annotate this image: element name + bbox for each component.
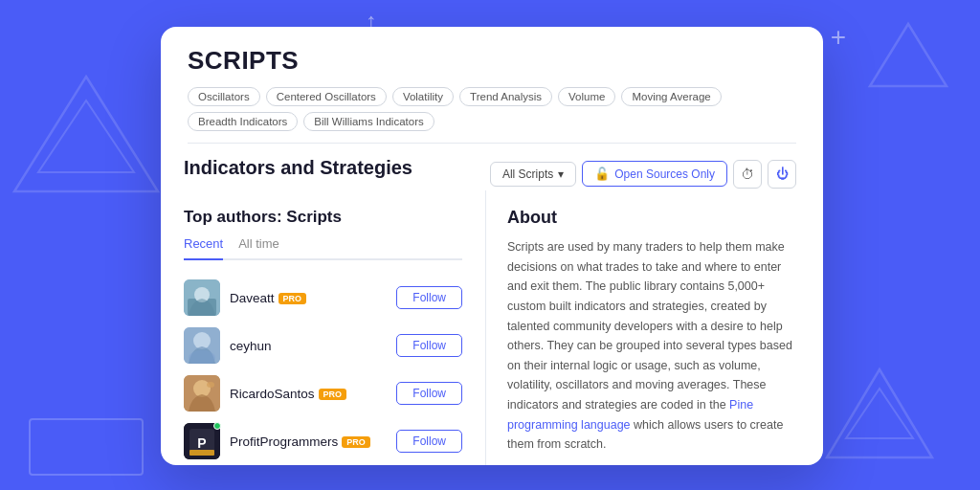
authors-section-title: Top authors: Scripts (184, 208, 462, 227)
badge-pro-ricardosantos: PRO (319, 389, 347, 400)
author-item-daveatt: DaveattPRO Follow (184, 274, 462, 322)
bg-rect-bottom-left (29, 418, 144, 476)
tab-bill-williams[interactable]: Bill Williams Indicators (303, 112, 434, 131)
card-body: Top authors: Scripts Recent All time (161, 190, 823, 465)
tab-centered-oscillators[interactable]: Centered Oscillators (266, 87, 387, 106)
author-item-ricardosantos: RicardoSantosPRO Follow (184, 369, 462, 417)
tab-trend-analysis[interactable]: Trend Analysis (459, 87, 552, 106)
author-item-profitprogrammers: P ProfitProgrammersPRO Follow (184, 417, 462, 465)
svg-text:P: P (197, 435, 206, 451)
tab-volume[interactable]: Volume (558, 87, 615, 106)
all-scripts-button[interactable]: All Scripts ▾ (490, 162, 576, 187)
right-panel: About Scripts are used by many traders t… (486, 190, 823, 465)
left-panel: Top authors: Scripts Recent All time (161, 190, 486, 465)
follow-button-ricardosantos[interactable]: Follow (396, 382, 462, 405)
sub-tab-recent[interactable]: Recent (184, 236, 223, 260)
author-name-profitprogrammers: ProfitProgrammersPRO (230, 434, 387, 449)
category-tabs-row: Oscillators Centered Oscillators Volatil… (188, 87, 796, 131)
tab-moving-average[interactable]: Moving Average (621, 87, 721, 106)
tab-breadth-indicators[interactable]: Breadth Indicators (188, 112, 298, 131)
tab-oscillators[interactable]: Oscillators (188, 87, 260, 106)
power-button[interactable]: ⏻ (768, 160, 796, 189)
badge-pro-daveatt: PRO (278, 293, 307, 304)
about-paragraph-2: Indicators are calculations that are dis… (507, 464, 802, 465)
avatar-ceyhun (184, 327, 220, 364)
card-title: SCRIPTS (188, 46, 796, 76)
follow-button-ceyhun[interactable]: Follow (396, 334, 462, 357)
bg-triangle-bottom-right (817, 362, 942, 471)
bg-triangle-left (10, 57, 163, 214)
svg-rect-12 (189, 450, 214, 456)
card-header: SCRIPTS Oscillators Centered Oscillators… (161, 27, 823, 144)
tab-volatility[interactable]: Volatility (392, 87, 454, 106)
indicators-title: Indicators and Strategies (184, 157, 412, 179)
online-dot-profitprogrammers (213, 422, 221, 430)
power-icon: ⏻ (776, 167, 789, 181)
author-name-ceyhun: ceyhun (230, 339, 387, 353)
badge-pro-profitprogrammers: PRO (342, 436, 370, 448)
sub-tab-all-time[interactable]: All time (238, 236, 279, 255)
bg-plus-top: + (831, 24, 846, 51)
lock-icon: 🔓 (594, 167, 610, 181)
follow-button-profitprogrammers[interactable]: Follow (396, 430, 462, 453)
chevron-down-icon: ▾ (558, 167, 564, 181)
clock-icon: ⏱ (741, 167, 754, 182)
author-item-ceyhun: ceyhun Follow (184, 322, 462, 369)
author-name-ricardosantos: RicardoSantosPRO (230, 387, 387, 401)
open-sources-button[interactable]: 🔓 Open Sources Only (582, 161, 727, 187)
about-text: Scripts are used by many traders to help… (507, 237, 802, 465)
svg-point-8 (207, 382, 214, 388)
clock-button[interactable]: ⏱ (733, 160, 762, 189)
pine-language-link[interactable]: Pine programming language (507, 398, 753, 432)
follow-button-daveatt[interactable]: Follow (396, 286, 462, 309)
avatar-ricardosantos (184, 375, 220, 412)
author-name-daveatt: DaveattPRO (230, 291, 387, 305)
filter-bar: All Scripts ▾ 🔓 Open Sources Only ⏱ ⏻ (490, 160, 796, 189)
main-card: SCRIPTS Oscillators Centered Oscillators… (161, 27, 823, 465)
bg-triangle-top-right (865, 19, 951, 100)
about-paragraph-1: Scripts are used by many traders to help… (507, 237, 802, 455)
avatar-daveatt (184, 279, 220, 316)
about-title: About (507, 208, 802, 228)
authors-sub-tabs: Recent All time (184, 236, 462, 260)
